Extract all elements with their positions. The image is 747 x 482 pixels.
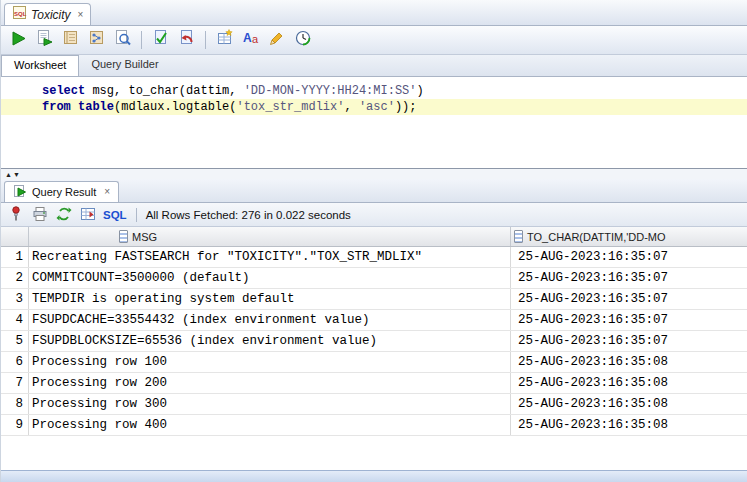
column-header-label: MSG bbox=[132, 231, 157, 243]
unshared-worksheet-button[interactable] bbox=[213, 29, 236, 52]
commit-icon bbox=[152, 29, 170, 51]
refresh-button[interactable] bbox=[55, 206, 73, 224]
collapse-up-icon[interactable]: ▲ bbox=[5, 171, 12, 178]
tab-worksheet[interactable]: Worksheet bbox=[1, 55, 79, 76]
time-cell[interactable]: 25-AUG-2023:16:35:08 bbox=[511, 373, 747, 393]
table-row[interactable]: 7 Processing row 200 25-AUG-2023:16:35:0… bbox=[1, 373, 747, 394]
fetch-all-button[interactable] bbox=[79, 206, 97, 224]
sql-editor[interactable]: select msg, to_char(dattim, 'DD-MON-YYYY… bbox=[1, 77, 747, 168]
toolbar-separator bbox=[136, 208, 137, 222]
row-number[interactable]: 7 bbox=[1, 373, 29, 393]
table-row[interactable]: 5 FSUPDBLOCKSIZE=65536 (index environmen… bbox=[1, 331, 747, 352]
table-row[interactable]: 9 Processing row 400 25-AUG-2023:16:35:0… bbox=[1, 415, 747, 436]
sql-keyword: from bbox=[42, 100, 71, 114]
sql-history-button[interactable] bbox=[291, 29, 314, 52]
collapse-down-icon[interactable]: ▼ bbox=[13, 171, 20, 178]
sql-text: )); bbox=[395, 100, 417, 114]
msg-cell[interactable]: COMMITCOUNT=3500000 (default) bbox=[29, 268, 511, 288]
msg-cell[interactable]: Processing row 400 bbox=[29, 415, 511, 435]
worksheet-toolbar: A a bbox=[1, 26, 747, 55]
column-header-label: TO_CHAR(DATTIM,'DD-MO bbox=[527, 231, 666, 243]
grid-empty-area bbox=[1, 436, 747, 470]
column-header-to-char[interactable]: TO_CHAR(DATTIM,'DD-MO bbox=[511, 227, 747, 246]
sql-text: msg, to_char(dattim, bbox=[85, 84, 243, 98]
fetch-all-icon bbox=[80, 206, 96, 224]
sql-string: 'asc' bbox=[359, 100, 395, 114]
time-cell[interactable]: 25-AUG-2023:16:35:07 bbox=[511, 247, 747, 267]
unshared-worksheet-icon bbox=[216, 29, 234, 51]
tab-query-builder[interactable]: Query Builder bbox=[79, 55, 170, 76]
msg-cell[interactable]: Processing row 300 bbox=[29, 394, 511, 414]
table-row[interactable]: 4 FSUPDCACHE=33554432 (index environment… bbox=[1, 310, 747, 331]
clear-button[interactable] bbox=[265, 29, 288, 52]
msg-cell[interactable]: FSUPDBLOCKSIZE=65536 (index environment … bbox=[29, 331, 511, 351]
table-row[interactable]: 6 Processing row 100 25-AUG-2023:16:35:0… bbox=[1, 352, 747, 373]
svg-text:a: a bbox=[252, 33, 259, 45]
row-number[interactable]: 4 bbox=[1, 310, 29, 330]
row-number-column-header[interactable] bbox=[1, 227, 29, 246]
sql-text: , bbox=[344, 100, 358, 114]
row-number[interactable]: 2 bbox=[1, 268, 29, 288]
time-cell[interactable]: 25-AUG-2023:16:35:07 bbox=[511, 289, 747, 309]
time-cell[interactable]: 25-AUG-2023:16:35:07 bbox=[511, 310, 747, 330]
msg-cell[interactable]: Processing row 100 bbox=[29, 352, 511, 372]
msg-cell[interactable]: FSUPDCACHE=33554432 (index environment v… bbox=[29, 310, 511, 330]
autotrace-button[interactable] bbox=[59, 29, 82, 52]
table-row[interactable]: 2 COMMITCOUNT=3500000 (default) 25-AUG-2… bbox=[1, 268, 747, 289]
sql-string: 'DD-MON-YYYY:HH24:MI:SS' bbox=[244, 84, 417, 98]
worksheet-tab-bar: Worksheet Query Builder bbox=[1, 55, 747, 77]
query-result-icon bbox=[13, 184, 27, 200]
result-tab-bar: Query Result × bbox=[1, 179, 747, 203]
autotrace-icon bbox=[62, 29, 80, 51]
result-toolbar: SQL All Rows Fetched: 276 in 0.022 secon… bbox=[1, 203, 747, 227]
pin-button[interactable] bbox=[7, 206, 25, 224]
svg-text:SQL: SQL bbox=[14, 11, 27, 17]
msg-cell[interactable]: Recreating FASTSEARCH for "TOXICITY"."TO… bbox=[29, 247, 511, 267]
horizontal-scrollbar[interactable] bbox=[1, 470, 747, 482]
time-cell[interactable]: 25-AUG-2023:16:35:08 bbox=[511, 352, 747, 372]
print-button[interactable] bbox=[31, 206, 49, 224]
table-row[interactable]: 3 TEMPDIR is operating system default 25… bbox=[1, 289, 747, 310]
magnifier-document-icon bbox=[114, 29, 132, 51]
time-cell[interactable]: 25-AUG-2023:16:35:07 bbox=[511, 268, 747, 288]
table-row[interactable]: 1 Recreating FASTSEARCH for "TOXICITY"."… bbox=[1, 247, 747, 268]
row-number[interactable]: 1 bbox=[1, 247, 29, 267]
run-script-button[interactable] bbox=[33, 29, 56, 52]
run-icon bbox=[10, 30, 27, 51]
msg-cell[interactable]: TEMPDIR is operating system default bbox=[29, 289, 511, 309]
horizontal-splitter[interactable]: ▲ ▼ bbox=[1, 168, 747, 179]
rollback-button[interactable] bbox=[175, 29, 198, 52]
rollback-icon bbox=[178, 29, 196, 51]
row-number[interactable]: 5 bbox=[1, 331, 29, 351]
time-cell[interactable]: 25-AUG-2023:16:35:07 bbox=[511, 331, 747, 351]
row-number[interactable]: 9 bbox=[1, 415, 29, 435]
row-number[interactable]: 3 bbox=[1, 289, 29, 309]
close-icon[interactable]: × bbox=[78, 10, 84, 20]
tab-toxicity[interactable]: SQL Toxicity × bbox=[4, 3, 91, 25]
column-type-icon bbox=[514, 230, 523, 243]
row-number[interactable]: 8 bbox=[1, 394, 29, 414]
explain-plan-icon bbox=[88, 29, 106, 51]
tab-title: Toxicity bbox=[31, 8, 71, 22]
clock-icon bbox=[294, 29, 312, 51]
table-row[interactable]: 8 Processing row 300 25-AUG-2023:16:35:0… bbox=[1, 394, 747, 415]
sql-text: (mdlaux.logtable( bbox=[114, 100, 236, 114]
change-case-icon: A a bbox=[242, 29, 260, 51]
sql-tuning-button[interactable] bbox=[111, 29, 134, 52]
column-header-msg[interactable]: MSG bbox=[29, 227, 511, 246]
close-icon[interactable]: × bbox=[104, 187, 110, 197]
code-line-2: from table(mdlaux.logtable('tox_str_mdli… bbox=[1, 99, 747, 115]
sql-link[interactable]: SQL bbox=[103, 209, 127, 221]
pin-icon bbox=[8, 206, 24, 224]
commit-button[interactable] bbox=[149, 29, 172, 52]
change-case-button[interactable]: A a bbox=[239, 29, 262, 52]
time-cell[interactable]: 25-AUG-2023:16:35:08 bbox=[511, 415, 747, 435]
results-grid: MSG TO_CHAR(DATTIM,'DD-MO 1 Recreating F… bbox=[1, 227, 747, 470]
msg-cell[interactable]: Processing row 200 bbox=[29, 373, 511, 393]
run-statement-button[interactable] bbox=[7, 29, 30, 52]
tab-query-result[interactable]: Query Result × bbox=[4, 181, 119, 202]
row-number[interactable]: 6 bbox=[1, 352, 29, 372]
explain-plan-button[interactable] bbox=[85, 29, 108, 52]
time-cell[interactable]: 25-AUG-2023:16:35:08 bbox=[511, 394, 747, 414]
sql-developer-window: SQL Toxicity × bbox=[0, 0, 747, 482]
